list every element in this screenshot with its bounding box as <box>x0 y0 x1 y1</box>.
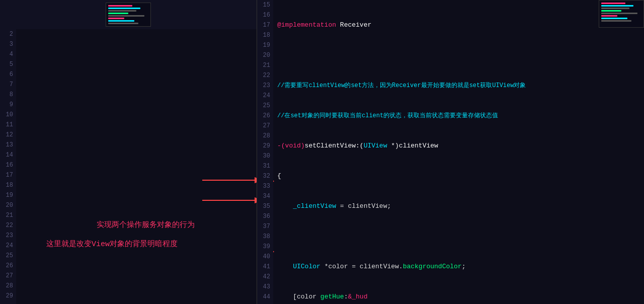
svg-marker-4 <box>273 177 274 185</box>
left-code-content: #import <Foundation/Foundation.h> #impor… <box>16 29 257 304</box>
left-code-panel: 2 3 4 5 6 7 8 9 10 11 12 13 14 16 17 18 … <box>0 0 257 304</box>
left-line-numbers: 2 3 4 5 6 7 8 9 10 11 12 13 14 16 17 18 … <box>0 29 16 304</box>
annotation-view: 这里就是改变View对象的背景明暗程度 <box>46 240 178 250</box>
right-code-content: @implementation Receiver //需要重写clientVie… <box>273 0 644 304</box>
right-arrows <box>273 0 274 304</box>
right-line-numbers: 15 16 17 18 19 20 21 22 23 24 25 26 27 2… <box>257 0 273 304</box>
annotation-implement: 实现两个操作服务对象的行为 <box>97 220 195 231</box>
svg-marker-5 <box>273 248 274 256</box>
right-code-panel: 15 16 17 18 19 20 21 22 23 24 25 26 27 2… <box>257 0 644 304</box>
